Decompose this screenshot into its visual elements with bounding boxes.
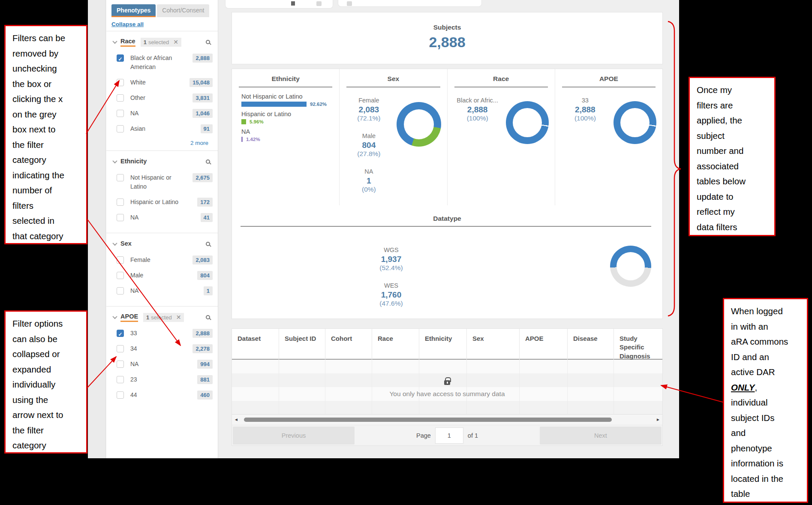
truncated-search-control[interactable]: [225, 0, 333, 9]
chart-title: APOE: [555, 75, 662, 83]
sex-donut-chart: [397, 102, 441, 147]
title-rule: [241, 226, 651, 227]
checkbox[interactable]: [117, 391, 124, 399]
checkbox[interactable]: [117, 79, 124, 86]
filter-option-label: NA: [130, 213, 181, 222]
checkbox[interactable]: [117, 272, 124, 279]
tab-cohort-consent[interactable]: Cohort/Consent: [157, 4, 209, 17]
filter-option-label: Hispanic or Latino: [130, 198, 181, 207]
filter-option-count: 2,083: [192, 256, 213, 265]
chevron-down-icon[interactable]: [112, 39, 117, 44]
filter-group-title: Sex: [120, 240, 132, 248]
bar-percent: 92.62%: [310, 102, 327, 107]
filter-option-label: Female: [130, 256, 181, 265]
stat-label: WES: [232, 282, 550, 289]
filter-option: Male 804: [117, 271, 213, 280]
filter-option-count: 994: [197, 360, 213, 369]
filter-option-count: 460: [197, 391, 213, 400]
truncated-filter-control[interactable]: [338, 0, 482, 7]
filter-option-count: 91: [201, 124, 213, 133]
stat-value: 1,760: [232, 290, 550, 300]
page-number-input[interactable]: 1: [435, 427, 463, 444]
scrollbar-thumb[interactable]: [244, 418, 612, 422]
checkbox[interactable]: [117, 94, 124, 102]
annotation-box-remove-filters: Filters can be removed by unchecking the…: [4, 25, 87, 244]
filter-option: White 15,048: [117, 78, 213, 87]
checkbox[interactable]: [117, 110, 124, 117]
checkbox[interactable]: [117, 287, 124, 295]
filter-group-ethnicity: Ethnicity Not Hispanic or Latino 2,675 H…: [106, 150, 218, 233]
filter-option-label: 33: [130, 329, 181, 338]
checkbox[interactable]: [117, 345, 124, 352]
clear-filter-x-icon[interactable]: ✕: [176, 314, 181, 320]
search-icon[interactable]: [206, 40, 210, 44]
stat-value: 2,888: [557, 105, 614, 114]
chart-title: Race: [448, 75, 555, 83]
chevron-down-icon[interactable]: [112, 314, 117, 319]
tab-phenotypes[interactable]: Phenotypes: [111, 4, 156, 17]
stat-label: Black or Afric...: [449, 97, 506, 104]
column-header: Sex: [466, 329, 519, 361]
filter-option: Hispanic or Latino 172: [117, 198, 213, 207]
scroll-left-arrow[interactable]: ◄: [232, 418, 241, 422]
chevron-down-icon[interactable]: [112, 241, 117, 246]
checkbox[interactable]: [117, 256, 124, 264]
ethnicity-chart: Ethnicity Not Hispanic or Latino 92.62% …: [232, 69, 339, 205]
lock-icon: [444, 380, 450, 385]
stat-label: WGS: [232, 246, 550, 253]
scrollbar-track[interactable]: [241, 417, 654, 422]
control-icon: [347, 1, 352, 6]
checkbox[interactable]: [117, 198, 124, 206]
search-icon[interactable]: [206, 159, 210, 164]
filter-option-count: 881: [197, 375, 213, 384]
clear-filter-x-icon[interactable]: ✕: [173, 39, 178, 45]
filter-option-count: 172: [197, 198, 213, 207]
page-total-label: of 1: [468, 432, 478, 439]
filter-group-race: Race 1 selected ✕ ✓ Black or African Ame…: [106, 31, 218, 150]
show-more-link[interactable]: 2 more: [113, 140, 213, 146]
search-icon[interactable]: [206, 315, 210, 319]
checkbox-checked[interactable]: ✓: [117, 330, 124, 337]
filter-option-count: 15,048: [189, 78, 213, 87]
checkbox[interactable]: [117, 376, 124, 383]
annotation-text: individual subject IDs and phenotype inf…: [731, 397, 783, 499]
checkbox[interactable]: [117, 125, 124, 132]
bar-label: Hispanic or Latino: [241, 111, 332, 117]
checkbox[interactable]: [117, 214, 124, 221]
filter-option-label: 44: [130, 391, 181, 400]
filter-option-label: Black or African American: [130, 54, 181, 72]
checkbox-checked[interactable]: ✓: [117, 54, 124, 62]
bar-label: NA: [241, 128, 332, 135]
filter-option-label: Male: [130, 271, 181, 280]
filter-option-count: 1,046: [192, 109, 213, 118]
subjects-title: Subjects: [232, 24, 662, 31]
stat-label: 33: [557, 97, 614, 104]
stat-percent: (100%): [557, 114, 614, 122]
stat-percent: (72.1%): [341, 114, 396, 122]
search-icon[interactable]: [206, 242, 210, 246]
checkbox[interactable]: [117, 174, 124, 181]
previous-page-button[interactable]: Previous: [233, 427, 355, 445]
filter-option: ✓ Black or African American 2,888: [117, 54, 213, 72]
column-header: APOE: [519, 329, 567, 361]
selected-count: 1: [144, 39, 147, 45]
filter-group-title: Race: [120, 38, 135, 47]
collapse-all-link[interactable]: Collapse all: [111, 21, 144, 27]
left-gutter: [88, 0, 106, 458]
filter-option-label: 23: [130, 375, 181, 384]
scroll-right-arrow[interactable]: ►: [654, 418, 662, 422]
page-label: Page: [416, 432, 431, 439]
filter-option: 44 460: [117, 391, 213, 400]
column-header: Disease: [567, 329, 614, 361]
charts-card: Ethnicity Not Hispanic or Latino 92.62% …: [232, 69, 663, 319]
filter-option-count: 1: [204, 286, 213, 295]
checkbox[interactable]: [117, 361, 124, 368]
next-page-button[interactable]: Next: [540, 427, 662, 445]
sidebar-tabs: Phenotypes Cohort/Consent: [111, 4, 214, 17]
column-header: Subject ID: [279, 329, 325, 361]
check-icon: ✓: [118, 331, 122, 337]
access-notice: You only have access to summary data: [232, 360, 662, 414]
data-portal-window: Phenotypes Cohort/Consent Collapse all R…: [88, 0, 679, 458]
chevron-down-icon[interactable]: [112, 159, 117, 163]
annotation-text: When logged in with an aRA commons ID an…: [731, 306, 788, 377]
